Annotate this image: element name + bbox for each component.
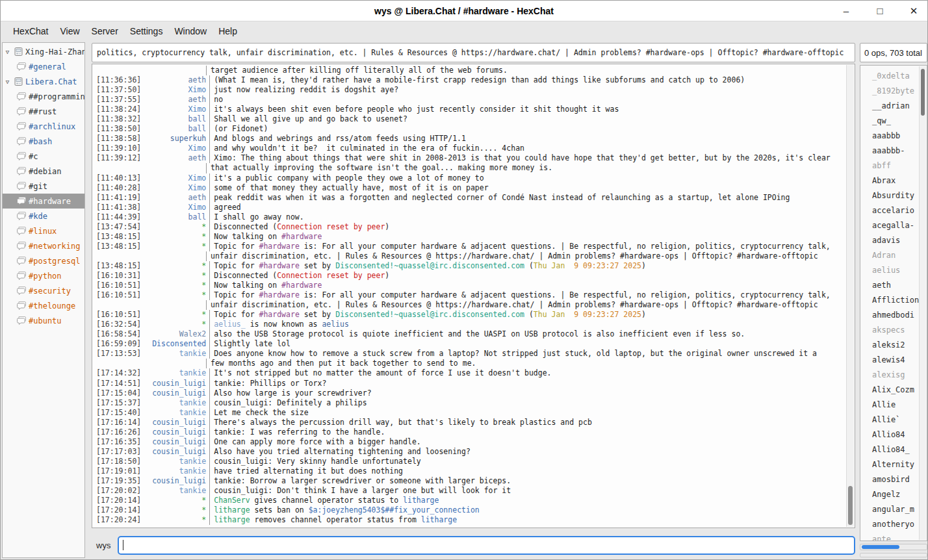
nick[interactable]: Ximo [141,173,210,183]
userlist-scrollbar[interactable] [919,66,926,540]
user-list-item[interactable]: aeth [860,277,927,292]
user-list-item[interactable]: __adrian [860,98,927,113]
nick[interactable]: cousin_luigi [141,437,210,447]
tree-item--security[interactable]: #security [3,283,84,298]
nick[interactable]: Disconsented [141,339,210,349]
userlist-scrollbar-thumb[interactable] [921,69,925,116]
nick[interactable]: tankie [141,368,210,378]
user-list-item[interactable]: aaabbb [860,128,927,143]
user-list-item[interactable]: Affliction [860,292,927,307]
user-list-item[interactable]: aleksi2 [860,337,927,352]
nick[interactable]: ball [141,124,210,134]
nick[interactable]: cousin_luigi [141,379,210,388]
nick[interactable]: tankie [141,486,210,496]
nick[interactable]: cousin_luigi [141,447,210,457]
userlist-hscrollbar[interactable] [860,544,927,550]
tree-item--c[interactable]: #c [3,149,84,164]
user-list-item[interactable]: aaabbb- [860,143,927,158]
tree-item--debian[interactable]: #debian [3,164,84,179]
tree-item--archlinux[interactable]: #archlinux [3,119,84,134]
user-list-item[interactable]: Allie` [860,412,927,427]
tree-item--bash[interactable]: #bash [3,134,84,149]
tree-item--linux[interactable]: #linux [3,223,84,238]
tree-item--networking[interactable]: #networking [3,238,84,253]
message-input[interactable] [118,536,855,555]
user-list-item[interactable]: anotheryo [860,516,927,531]
nick[interactable]: aeth [141,75,210,85]
user-list-item[interactable]: acegalla- [860,218,927,233]
nick[interactable]: ball [141,114,210,124]
nick[interactable]: Ximo [141,105,210,114]
menu-hexchat[interactable]: HexChat [7,23,54,39]
user-list-item[interactable]: _0xdelta [860,68,927,83]
user-list-item[interactable]: Alternity [860,457,927,472]
nick-button[interactable]: wys [96,541,110,550]
tree-item--kde[interactable]: #kde [3,209,84,223]
menu-window[interactable]: Window [168,23,213,39]
user-list-item[interactable]: akspecs [860,322,927,337]
tree-item--python[interactable]: #python [3,268,84,283]
chat-scrollbar[interactable] [846,65,854,527]
chat-scrollbar-thumb[interactable] [848,486,853,525]
user-list-item[interactable]: ante [860,531,927,541]
user-list-item[interactable]: Allio84 [860,427,927,442]
user-list-item[interactable]: amosbird [860,472,927,487]
user-list-item[interactable]: abff [860,158,927,173]
tree-item--programming[interactable]: ##programming [3,89,84,104]
topic-bar[interactable]: politics, cryptocurrency talk, unfair di… [92,43,855,62]
user-list-item[interactable]: Alix_Cozm [860,382,927,397]
nick[interactable]: Walex2 [141,329,210,339]
nick[interactable]: aeth [141,193,210,203]
nick[interactable]: superkuh [141,134,210,144]
tree-item--git[interactable]: #git [3,179,84,194]
user-list-item[interactable]: alewis4 [860,352,927,367]
tree-item--ubuntu[interactable]: #ubuntu [3,313,84,328]
user-list-item[interactable]: ahmedbodi [860,307,927,322]
nick[interactable]: tankie [141,398,210,408]
nick[interactable]: Ximo [141,85,210,95]
menu-server[interactable]: Server [86,23,124,39]
user-list-item[interactable]: Allio84_ [860,442,927,457]
menu-settings[interactable]: Settings [124,23,169,39]
nick[interactable]: ball [141,212,210,222]
nick[interactable]: tankie [141,408,210,418]
close-button[interactable]: ✕ [908,1,920,21]
user-list-item[interactable]: _8192byte [860,83,927,98]
user-list-item[interactable]: adavis [860,233,927,248]
nick[interactable]: aeth [141,153,210,163]
user-list-item[interactable]: accelario [860,203,927,218]
nick[interactable]: cousin_luigi [141,476,210,486]
nick[interactable]: tankie [141,466,210,476]
tree-item--hardware[interactable]: #hardware [3,194,84,209]
tree-item-libera-chat[interactable]: ▽Libera.Chat [3,74,84,89]
tree-item--thelounge[interactable]: #thelounge [3,298,84,313]
user-list-item[interactable]: Adran [860,248,927,262]
expander-icon[interactable]: ▽ [3,49,12,55]
nick[interactable]: tankie [141,349,210,359]
user-list-item[interactable]: aelius [860,262,927,277]
user-list-item[interactable]: angular_m [860,502,927,516]
nick[interactable]: cousin_luigi [141,388,210,398]
user-list-item[interactable]: alexisg [860,367,927,382]
expander-icon[interactable]: ▽ [3,79,12,85]
nick[interactable]: Ximo [141,183,210,193]
user-list-item[interactable]: Angelz [860,487,927,502]
menu-help[interactable]: Help [213,23,243,39]
nick[interactable]: aeth [141,95,210,105]
user-list-item[interactable]: Allie [860,397,927,412]
nick[interactable]: cousin_luigi [141,427,210,437]
user-list-item[interactable]: Abrax [860,173,927,188]
tree-item--general[interactable]: #general [3,59,84,74]
tree-item-xing-hai-zhan[interactable]: ▽Xing-Hai-Zhan [3,44,84,59]
nick[interactable]: cousin_luigi [141,418,210,427]
nick[interactable]: Ximo [141,203,210,212]
nick[interactable]: Ximo [141,144,210,153]
maximize-button[interactable]: □ [874,1,886,21]
nick[interactable]: tankie [141,457,210,466]
tree-item--rust[interactable]: ##rust [3,104,84,119]
user-list-item[interactable]: _qw_ [860,113,927,128]
minimize-button[interactable]: – [840,1,852,21]
tree-item--postgresql[interactable]: #postgresql [3,253,84,268]
user-list-item[interactable]: Absurdity [860,188,927,203]
bottom-hscrollbar[interactable] [860,553,927,557]
